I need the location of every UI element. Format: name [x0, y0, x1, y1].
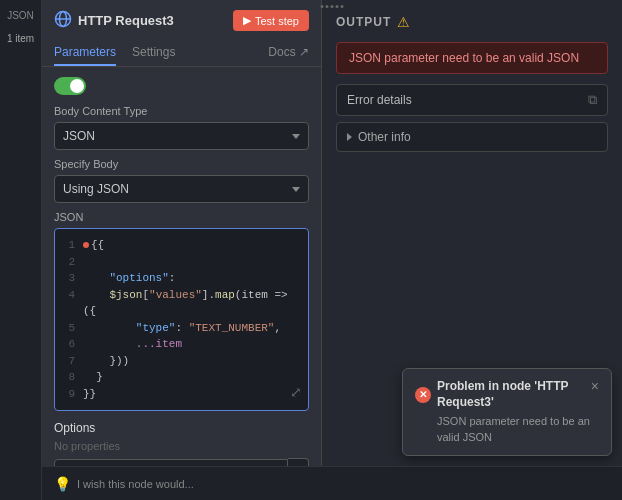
- toast-header: ✕ Problem in node 'HTTP Request3' ×: [415, 379, 599, 410]
- expand-icon[interactable]: ⤢: [290, 383, 302, 404]
- json-line-6: 6 ...item: [61, 336, 302, 353]
- json-line-3: 3 "options":: [61, 270, 302, 287]
- toast-body: JSON parameter need to be an valid JSON: [415, 414, 599, 445]
- test-step-button[interactable]: ▶ Test step: [233, 10, 309, 31]
- json-line-1: 1 {{: [61, 237, 302, 254]
- specify-body-select[interactable]: Using JSON: [54, 175, 309, 203]
- no-properties-text: No properties: [54, 440, 309, 452]
- tab-docs[interactable]: Docs ↗: [268, 39, 309, 66]
- sidebar-item-count: 1 item: [7, 33, 34, 44]
- body-content-type-label: Body Content Type: [54, 105, 309, 117]
- sidebar-json-label: JSON: [7, 10, 34, 21]
- panel-header: HTTP Request3 ▶ Test step: [42, 0, 321, 39]
- other-info-box[interactable]: Other info: [336, 122, 608, 152]
- sidebar: JSON 1 item: [0, 0, 42, 500]
- globe-icon: [54, 10, 72, 31]
- error-banner: JSON parameter need to be an valid JSON: [336, 42, 608, 74]
- json-editor[interactable]: 1 {{ 2 3 "options": 4 $json["values"].ma…: [54, 228, 309, 411]
- warning-icon: ⚠: [397, 14, 410, 30]
- chevron-down-icon: [292, 134, 300, 139]
- options-label: Options: [54, 421, 309, 435]
- chevron-down-icon-2: [292, 187, 300, 192]
- panel-body: Body Content Type JSON Specify Body Usin…: [42, 67, 321, 500]
- lightbulb-icon: 💡: [54, 476, 71, 492]
- drag-handle[interactable]: [321, 5, 323, 8]
- copy-icon[interactable]: ⧉: [588, 92, 597, 108]
- error-dot: [83, 242, 89, 248]
- output-title: OUTPUT: [336, 15, 391, 29]
- toast-title-row: ✕ Problem in node 'HTTP Request3': [415, 379, 591, 410]
- json-label: JSON: [54, 211, 309, 223]
- json-line-7: 7 })): [61, 353, 302, 370]
- bottom-bar-text: I wish this node would...: [77, 478, 194, 490]
- play-icon: ▶: [243, 14, 251, 27]
- other-info-label: Other info: [358, 130, 411, 144]
- enabled-toggle[interactable]: [54, 77, 86, 95]
- config-panel: HTTP Request3 ▶ Test step Parameters Set…: [42, 0, 322, 500]
- json-line-5: 5 "type": "TEXT_NUMBER",: [61, 320, 302, 337]
- error-details-header[interactable]: Error details ⧉: [337, 85, 607, 115]
- output-header: OUTPUT ⚠: [336, 14, 608, 30]
- json-line-4: 4 $json["values"].map(item => ({: [61, 287, 302, 320]
- toast-close-button[interactable]: ×: [591, 379, 599, 393]
- panel-title-row: HTTP Request3: [54, 10, 174, 31]
- json-line-2: 2: [61, 254, 302, 271]
- error-details-label: Error details: [347, 93, 412, 107]
- toast-title: Problem in node 'HTTP Request3': [437, 379, 591, 410]
- toggle-row: [54, 77, 309, 95]
- error-details-box: Error details ⧉: [336, 84, 608, 116]
- json-line-9: 9 }}: [61, 386, 302, 403]
- chevron-right-icon: [347, 133, 352, 141]
- toast-notification: ✕ Problem in node 'HTTP Request3' × JSON…: [402, 368, 612, 456]
- json-line-8: 8 }: [61, 369, 302, 386]
- bottom-bar: 💡 I wish this node would...: [42, 466, 622, 500]
- tab-parameters[interactable]: Parameters: [54, 39, 116, 66]
- specify-body-label: Specify Body: [54, 158, 309, 170]
- panel-title: HTTP Request3: [78, 13, 174, 28]
- toast-error-icon: ✕: [415, 387, 431, 403]
- tab-settings[interactable]: Settings: [132, 39, 175, 66]
- tab-bar: Parameters Settings Docs ↗: [42, 39, 321, 67]
- body-content-type-select[interactable]: JSON: [54, 122, 309, 150]
